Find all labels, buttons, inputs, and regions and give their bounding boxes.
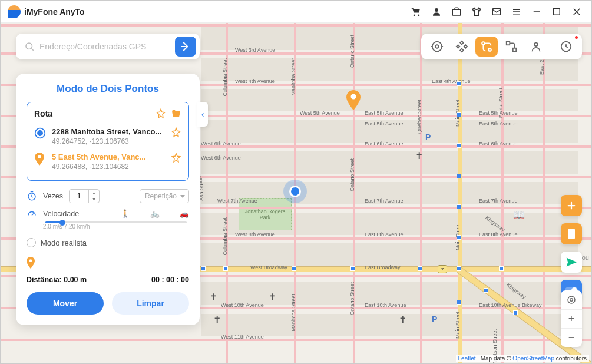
svg-point-19 [482,42,485,45]
send-button[interactable] [561,252,582,273]
svg-point-10 [351,94,356,100]
collapse-panel-button[interactable]: ‹ [197,102,208,127]
radio-icon [27,238,36,247]
end-pin-icon [34,153,47,168]
church-icon: ✝ [269,292,276,303]
app-title: iMyFone AnyTo [24,7,85,16]
route-stop: 2288 Manitoba Street, Vanco... 49.264752… [34,124,181,149]
shirt-icon[interactable] [469,4,484,19]
route-box: Rota 2288 Manitoba Street, Vanco... 49.2… [27,102,189,181]
search-icon [24,41,35,52]
book-icon: 📖 [513,209,525,220]
osm-link[interactable]: OpenStreetMap [512,355,554,362]
repeat-select[interactable]: Repetição [140,189,189,203]
app-logo: iMyFone AnyTo [8,5,85,18]
church-icon: ✝ [213,314,221,325]
times-down[interactable]: ▼ [89,196,99,203]
search-bar [16,34,200,59]
current-location-dot [289,186,301,197]
distance-label: Distância: 0.00 m [27,276,87,284]
svg-rect-7 [554,8,560,15]
times-input[interactable] [70,192,88,200]
leaflet-link[interactable]: Leaflet [458,355,476,362]
svg-point-11 [26,43,32,49]
move-button[interactable]: Mover [27,292,104,315]
panel-title: Modo de Dois Pontos [27,83,189,95]
parking-icon: P [425,133,431,142]
svg-point-34 [29,259,32,262]
route-label: Rota [34,109,151,118]
svg-point-13 [435,45,439,48]
search-input[interactable] [39,42,170,51]
zoom-out-button[interactable]: − [561,328,582,347]
parking-icon: P [432,315,437,324]
stop-coords: 49.264752, -123.106763 [52,137,166,145]
route-shield: 7 [438,265,447,273]
waypoint-marker-icon [27,257,189,271]
go-button[interactable] [175,37,196,57]
bike-icon[interactable]: 🚲 [150,209,160,218]
history-icon[interactable] [555,37,577,57]
svg-rect-22 [513,48,517,52]
zoom-in-button[interactable]: + [561,309,582,328]
svg-point-14 [432,42,442,52]
speed-label: Velocidade [43,210,79,218]
cart-icon[interactable] [409,4,424,19]
speed-slider[interactable] [45,221,187,223]
svg-point-28 [570,299,573,302]
church-icon: ✝ [415,150,423,161]
svg-rect-21 [507,42,510,45]
walk-icon[interactable]: 🚶 [121,209,130,218]
menu-icon[interactable] [509,4,524,19]
add-waypoint-button[interactable] [561,195,582,216]
clear-button[interactable]: Limpar [112,292,189,315]
minimize-icon[interactable] [529,4,544,19]
svg-point-30 [37,130,43,136]
speed-value: 2.0 m/s 7.20 km/h [43,223,189,230]
device-button[interactable] [561,223,582,244]
route-stop: 5 East 5th Avenue, Vanc... 49.266488, -1… [34,149,181,174]
car-icon[interactable]: 🚗 [180,209,189,218]
map-attribution: Leaflet | Map data © OpenStreetMap contr… [456,355,589,362]
start-pin-icon [34,127,47,141]
realistic-mode-toggle[interactable]: Modo realista [27,238,189,247]
church-icon: ✝ [210,292,217,303]
user-icon[interactable] [429,4,444,19]
church-icon: ✝ [399,314,406,325]
times-spinner[interactable]: ▲▼ [69,189,100,203]
teleport-mode-icon[interactable] [426,37,448,57]
svg-point-29 [568,296,575,303]
mode-toolbar [421,34,582,59]
titlebar: iMyFone AnyTo [1,1,591,23]
svg-rect-25 [568,229,575,239]
close-icon[interactable] [569,4,584,19]
locate-button[interactable] [561,290,582,309]
two-spot-mode-icon[interactable] [475,37,498,57]
favorite-stop-icon[interactable] [171,127,181,138]
favorite-stop-icon[interactable] [171,153,181,163]
svg-point-0 [435,8,438,12]
timer-value: 00 : 00 : 00 [151,276,189,284]
svg-point-20 [488,48,491,51]
route-panel: ‹ Modo de Dois Pontos Rota 2288 Manitoba… [16,74,200,325]
stop-address: 2288 Manitoba Street, Vanco... [52,127,166,136]
svg-rect-1 [452,9,461,15]
open-folder-icon[interactable] [171,108,181,119]
joystick-mode-icon[interactable] [451,37,473,57]
mail-icon[interactable] [489,4,504,19]
svg-point-32 [38,155,41,158]
stop-address: 5 East 5th Avenue, Vanc... [52,153,166,161]
multi-spot-mode-icon[interactable] [500,37,522,57]
svg-line-12 [31,48,33,50]
stop-coords: 49.266488, -123.104682 [52,163,166,171]
times-up[interactable]: ▲ [89,190,99,196]
favorite-route-icon[interactable] [156,108,166,119]
destination-pin[interactable] [346,90,361,110]
maximize-icon[interactable] [549,4,564,19]
timer-icon [27,191,37,201]
briefcase-icon[interactable] [449,4,464,19]
svg-point-23 [534,43,538,47]
gpx-mode-icon[interactable] [525,37,547,57]
logo-icon [8,5,21,18]
times-label: Vezes [43,192,63,200]
